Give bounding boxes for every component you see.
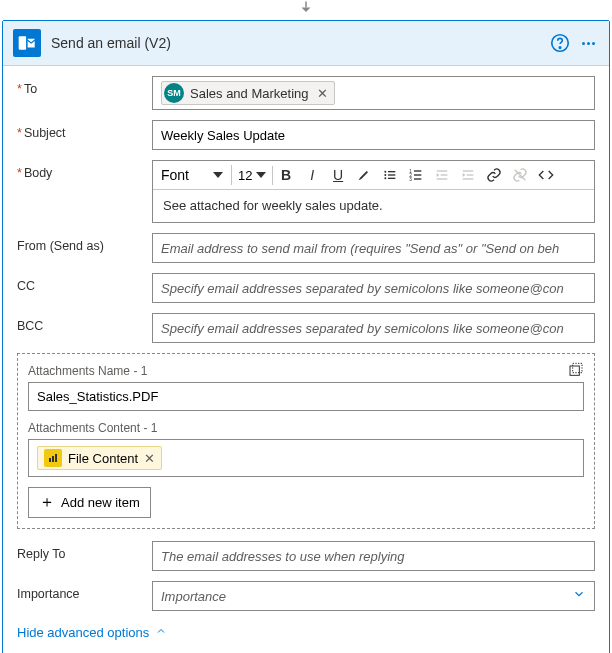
- recipient-name: Sales and Marketing: [190, 86, 309, 101]
- action-card: Send an email (V2) *To SM Sales and Mark…: [2, 20, 610, 653]
- link-button[interactable]: [481, 163, 507, 187]
- svg-rect-14: [414, 174, 421, 175]
- to-label: *To: [17, 76, 152, 96]
- svg-point-4: [559, 47, 560, 48]
- field-subject: *Subject: [17, 120, 595, 150]
- svg-rect-27: [52, 456, 54, 462]
- attachment-content-label: Attachments Content - 1: [28, 421, 584, 435]
- highlight-button[interactable]: [351, 163, 377, 187]
- importance-dropdown[interactable]: Importance: [152, 581, 595, 611]
- code-view-button[interactable]: [533, 163, 559, 187]
- outdent-button[interactable]: [429, 163, 455, 187]
- field-to: *To SM Sales and Marketing ✕: [17, 76, 595, 110]
- reply-to-label: Reply To: [17, 541, 152, 561]
- svg-rect-12: [414, 170, 421, 171]
- to-input[interactable]: SM Sales and Marketing ✕: [152, 76, 595, 110]
- from-label: From (Send as): [17, 233, 152, 253]
- svg-point-7: [384, 174, 386, 176]
- attachment-name-input[interactable]: Sales_Statistics.PDF: [28, 382, 584, 411]
- card-title: Send an email (V2): [51, 35, 543, 51]
- field-bcc: BCC Specify email addresses separated by…: [17, 313, 595, 343]
- flow-arrow-down: [0, 0, 612, 18]
- attachment-name-label: Attachments Name - 1: [28, 364, 584, 378]
- field-reply-to: Reply To The email addresses to use when…: [17, 541, 595, 571]
- field-from: From (Send as) Email address to send mai…: [17, 233, 595, 263]
- importance-label: Importance: [17, 581, 152, 601]
- bcc-input[interactable]: Specify email addresses separated by sem…: [152, 313, 595, 343]
- number-list-button[interactable]: 123: [403, 163, 429, 187]
- switch-array-mode-icon[interactable]: [566, 360, 586, 380]
- svg-rect-10: [388, 178, 395, 179]
- unlink-button[interactable]: [507, 163, 533, 187]
- attachments-panel: Attachments Name - 1 Sales_Statistics.PD…: [17, 353, 595, 529]
- body-label: *Body: [17, 160, 152, 180]
- avatar: SM: [164, 83, 184, 103]
- svg-rect-24: [570, 366, 579, 375]
- svg-rect-19: [437, 178, 448, 179]
- outlook-icon: [13, 29, 41, 57]
- svg-rect-26: [49, 458, 51, 462]
- svg-rect-22: [463, 178, 474, 179]
- bcc-label: BCC: [17, 313, 152, 333]
- italic-button[interactable]: I: [299, 163, 325, 187]
- reply-to-input[interactable]: The email addresses to use when replying: [152, 541, 595, 571]
- bullet-list-button[interactable]: [377, 163, 403, 187]
- add-new-item-button[interactable]: ＋ Add new item: [28, 487, 151, 518]
- from-input[interactable]: Email address to send mail from (require…: [152, 233, 595, 263]
- indent-button[interactable]: [455, 163, 481, 187]
- plus-icon: ＋: [39, 492, 55, 513]
- font-picker[interactable]: Font: [157, 165, 232, 185]
- svg-rect-6: [388, 171, 395, 172]
- svg-rect-28: [55, 454, 57, 462]
- rte-toolbar: Font 12 B I U 123: [153, 161, 594, 190]
- cc-label: CC: [17, 273, 152, 293]
- bold-button[interactable]: B: [273, 163, 299, 187]
- file-content-label: File Content: [68, 451, 138, 466]
- svg-rect-21: [467, 174, 474, 175]
- svg-rect-25: [573, 363, 582, 372]
- svg-rect-1: [19, 36, 27, 49]
- rich-text-editor: Font 12 B I U 123 See attached for weekl…: [152, 160, 595, 223]
- svg-rect-20: [463, 170, 474, 171]
- remove-token-icon[interactable]: ✕: [144, 451, 155, 466]
- help-icon[interactable]: [549, 32, 571, 54]
- underline-button[interactable]: U: [325, 163, 351, 187]
- field-importance: Importance Importance: [17, 581, 595, 611]
- subject-input[interactable]: [152, 120, 595, 150]
- field-body: *Body Font 12 B I U 123 See a: [17, 160, 595, 223]
- font-size-picker[interactable]: 12: [232, 166, 273, 185]
- chevron-down-icon: [572, 587, 586, 605]
- recipient-token[interactable]: SM Sales and Marketing ✕: [161, 81, 335, 105]
- subject-label: *Subject: [17, 120, 152, 140]
- powerbi-icon: [44, 449, 62, 467]
- svg-rect-8: [388, 174, 395, 175]
- svg-text:3: 3: [409, 177, 412, 182]
- svg-rect-16: [414, 178, 421, 179]
- svg-rect-18: [441, 174, 448, 175]
- card-header[interactable]: Send an email (V2): [3, 21, 609, 66]
- body-text[interactable]: See attached for weekly sales update.: [153, 190, 594, 222]
- svg-point-5: [384, 171, 386, 173]
- hide-advanced-options-link[interactable]: Hide advanced options: [17, 625, 167, 640]
- svg-rect-17: [437, 170, 448, 171]
- file-content-token[interactable]: File Content ✕: [37, 446, 162, 470]
- more-options-icon[interactable]: [577, 32, 599, 54]
- field-cc: CC Specify email addresses separated by …: [17, 273, 595, 303]
- card-body: *To SM Sales and Marketing ✕ *Subject *B…: [3, 66, 609, 653]
- cc-input[interactable]: Specify email addresses separated by sem…: [152, 273, 595, 303]
- svg-point-9: [384, 177, 386, 179]
- remove-recipient-icon[interactable]: ✕: [317, 86, 328, 101]
- subject-text[interactable]: [161, 128, 586, 143]
- svg-rect-0: [305, 2, 307, 8]
- attachment-content-input[interactable]: File Content ✕: [28, 439, 584, 477]
- chevron-up-icon: [155, 625, 167, 640]
